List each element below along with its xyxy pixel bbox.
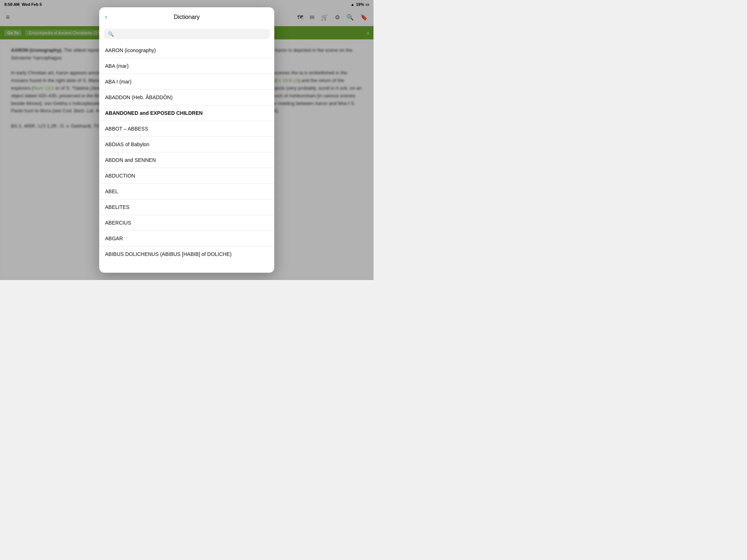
dict-list-item[interactable]: ABEL bbox=[99, 184, 274, 199]
dict-list-item[interactable]: ABDIAS of Babylon bbox=[99, 137, 274, 152]
dict-list-item[interactable]: ABBOT – ABBESS bbox=[99, 121, 274, 137]
dict-list-item[interactable]: ABELITES bbox=[99, 199, 274, 215]
dict-list-item[interactable]: ABDON and SENNEN bbox=[99, 152, 274, 168]
modal-title: Dictionary bbox=[174, 14, 200, 20]
dict-list-item[interactable]: ABERCIUS bbox=[99, 215, 274, 231]
search-bar: 🔍 bbox=[104, 29, 270, 39]
dict-list-item[interactable]: ABA I (mar) bbox=[99, 74, 274, 90]
dict-list-item[interactable]: ABGAR bbox=[99, 231, 274, 246]
search-bar-icon: 🔍 bbox=[108, 31, 114, 37]
dict-list-item[interactable]: ABA (mar) bbox=[99, 58, 274, 74]
dict-list-item[interactable]: AARON (iconography) bbox=[99, 43, 274, 58]
search-input[interactable] bbox=[117, 31, 266, 37]
back-button[interactable]: ‹ bbox=[105, 12, 110, 22]
dict-list-item[interactable]: ABDUCTION bbox=[99, 168, 274, 184]
dict-list-item[interactable]: ABADDON (Heb. ĂBADDŌN) bbox=[99, 90, 274, 105]
dictionary-list: AARON (iconography)ABA (mar)ABA I (mar)A… bbox=[99, 43, 274, 272]
modal-header: ‹ Dictionary bbox=[99, 7, 274, 27]
search-container: 🔍 bbox=[99, 27, 274, 43]
dict-list-item[interactable]: ABIBUS DOLICHENUS (ABIBUS [HABIB] of DOL… bbox=[99, 246, 274, 262]
dict-list-item[interactable]: ABANDONED and EXPOSED CHILDREN bbox=[99, 105, 274, 121]
dictionary-modal: ‹ Dictionary 🔍 AARON (iconography)ABA (m… bbox=[99, 7, 274, 273]
